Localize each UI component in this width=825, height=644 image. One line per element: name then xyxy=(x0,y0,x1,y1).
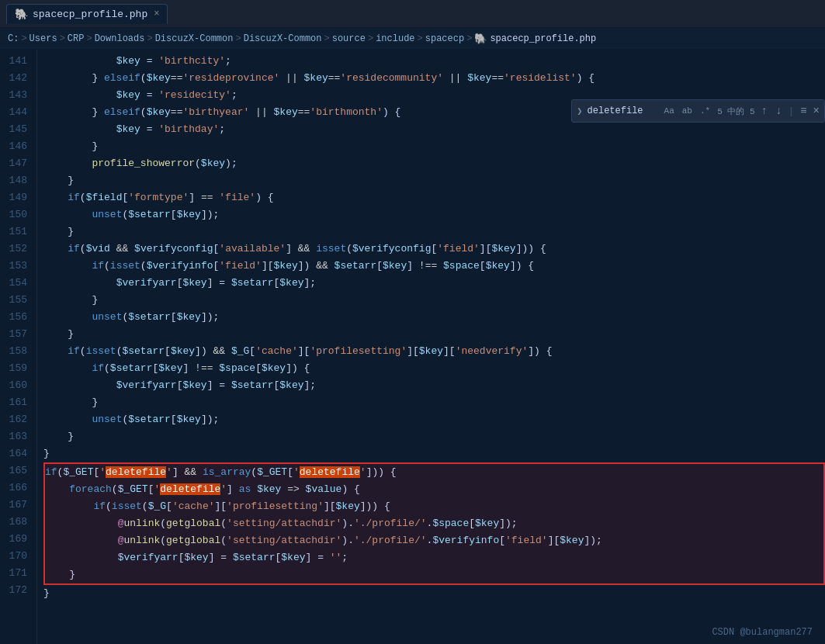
line-number: 164 xyxy=(6,445,27,462)
search-case-btn[interactable]: Aa xyxy=(662,106,677,116)
code-line: } xyxy=(43,292,825,309)
code-line: } xyxy=(43,223,825,241)
line-number: 161 xyxy=(6,394,27,411)
code-editor: ❯ Aa ab .* 5 中的 5 ↑ ↓ | ≡ × 141142143144… xyxy=(0,50,825,644)
code-line: @unlink(getglobal('setting/attachdir').'… xyxy=(43,515,825,532)
line-number: 152 xyxy=(6,241,27,258)
line-number: 172 xyxy=(6,582,27,599)
line-numbers: 1411421431441451461471481491501511521531… xyxy=(0,50,37,644)
code-line: unset($setarr[$key]); xyxy=(43,206,825,223)
search-regex-btn[interactable]: .* xyxy=(698,106,712,116)
line-number: 150 xyxy=(6,206,27,223)
line-number: 143 xyxy=(6,87,27,104)
breadcrumb-c: C: xyxy=(8,33,19,44)
code-line: @unlink(getglobal('setting/attachdir').'… xyxy=(43,532,825,549)
line-number: 166 xyxy=(6,480,27,497)
code-line: } xyxy=(43,428,825,445)
php-tab-icon: 🐘 xyxy=(15,8,28,21)
tab-close-button[interactable]: × xyxy=(154,9,159,19)
code-line: $key = 'birthcity'; xyxy=(43,53,825,70)
line-number: 148 xyxy=(6,172,27,189)
code-line: unset($setarr[$key]); xyxy=(43,309,825,326)
code-line: } elseif($key=='resideprovince' || $key=… xyxy=(43,70,825,87)
breadcrumb-include: include xyxy=(376,33,414,44)
code-line: } xyxy=(43,394,825,411)
line-number: 163 xyxy=(6,428,27,445)
search-next-btn[interactable]: ↓ xyxy=(774,105,783,117)
search-widget: ❯ Aa ab .* 5 中的 5 ↑ ↓ | ≡ × xyxy=(571,99,825,123)
code-line: } xyxy=(43,138,825,155)
line-number: 167 xyxy=(6,497,27,514)
breadcrumb-users: Users xyxy=(29,33,57,44)
line-number: 151 xyxy=(6,223,27,241)
breadcrumb-discuzx1: DiscuzX-Common xyxy=(155,33,234,44)
breadcrumb-downloads: Downloads xyxy=(95,33,145,44)
code-line: } xyxy=(43,326,825,343)
line-number: 157 xyxy=(6,326,27,343)
line-number: 159 xyxy=(6,360,27,377)
code-container: 1411421431441451461471481491501511521531… xyxy=(0,50,825,644)
code-line: if($_GET['deletefile'] && is_array($_GET… xyxy=(43,462,825,481)
code-line: if($setarr[$key] !== $space[$key]) { xyxy=(43,360,825,377)
search-arrow-icon: ❯ xyxy=(577,106,582,117)
line-number: 162 xyxy=(6,411,27,428)
line-number: 160 xyxy=(6,377,27,394)
line-number: 149 xyxy=(6,189,27,206)
line-number: 153 xyxy=(6,258,27,275)
line-number: 155 xyxy=(6,292,27,309)
breadcrumb-spacecp: spacecp xyxy=(425,33,464,44)
php-file-icon: 🐘 xyxy=(474,33,487,45)
code-line: if(isset($verifyinfo['field'][$key]) && … xyxy=(43,258,825,275)
line-number: 145 xyxy=(6,121,27,138)
line-number: 146 xyxy=(6,138,27,155)
line-number: 142 xyxy=(6,70,27,87)
line-number: 165 xyxy=(6,462,27,480)
line-number: 168 xyxy=(6,514,27,531)
search-prev-btn[interactable]: ↑ xyxy=(760,105,769,117)
search-count: 5 中的 5 xyxy=(717,106,754,117)
breadcrumb: C: > Users > CRP > Downloads > DiscuzX-C… xyxy=(0,28,825,50)
code-line: if($vid && $verifyconfig['available'] &&… xyxy=(43,241,825,258)
code-line: foreach($_GET['deletefile'] as $key => $… xyxy=(43,481,825,498)
line-number: 156 xyxy=(6,309,27,326)
search-menu-btn[interactable]: ≡ xyxy=(799,105,808,117)
code-line: } xyxy=(43,172,825,189)
search-input[interactable] xyxy=(588,106,657,116)
code-line: $verifyarr[$key] = $setarr[$key] = ''; xyxy=(43,549,825,566)
breadcrumb-discuzx2: DiscuzX-Common xyxy=(244,33,322,44)
line-number: 154 xyxy=(6,275,27,292)
code-line: $verifyarr[$key] = $setarr[$key]; xyxy=(43,377,825,394)
tab-filename: spacecp_profile.php xyxy=(33,9,147,20)
code-line: $key = 'birthday'; xyxy=(43,121,825,138)
code-line: $verifyarr[$key] = $setarr[$key]; xyxy=(43,275,825,292)
breadcrumb-crp: CRP xyxy=(68,33,85,44)
code-line: if($field['formtype'] == 'file') { xyxy=(43,189,825,206)
search-close-btn[interactable]: × xyxy=(813,105,820,117)
search-options: Aa ab .* xyxy=(662,106,713,116)
title-bar: 🐘 spacecp_profile.php × xyxy=(0,0,825,28)
search-word-btn[interactable]: ab xyxy=(680,106,695,116)
code-line: if(isset($_G['cache']['profilesetting'][… xyxy=(43,498,825,515)
code-line: } xyxy=(43,445,825,462)
line-number: 169 xyxy=(6,531,27,548)
code-line: if(isset($setarr[$key]) && $_G['cache'][… xyxy=(43,343,825,360)
line-number: 141 xyxy=(6,53,27,70)
code-area: $key = 'birthcity'; } elseif($key=='resi… xyxy=(37,50,825,644)
line-number: 171 xyxy=(6,565,27,582)
code-line: unset($setarr[$key]); xyxy=(43,411,825,428)
breadcrumb-file: 🐘 spacecp_profile.php xyxy=(474,33,596,45)
line-number: 147 xyxy=(6,155,27,172)
line-number: 158 xyxy=(6,343,27,360)
code-line: } xyxy=(43,566,825,585)
breadcrumb-filename: spacecp_profile.php xyxy=(490,33,596,44)
breadcrumb-source: source xyxy=(332,33,366,44)
watermark: CSDN @bulangman277 xyxy=(712,627,813,638)
line-number: 170 xyxy=(6,548,27,565)
code-line: } xyxy=(43,585,825,602)
line-number: 144 xyxy=(6,104,27,121)
code-line: profile_showerror($key); xyxy=(43,155,825,172)
